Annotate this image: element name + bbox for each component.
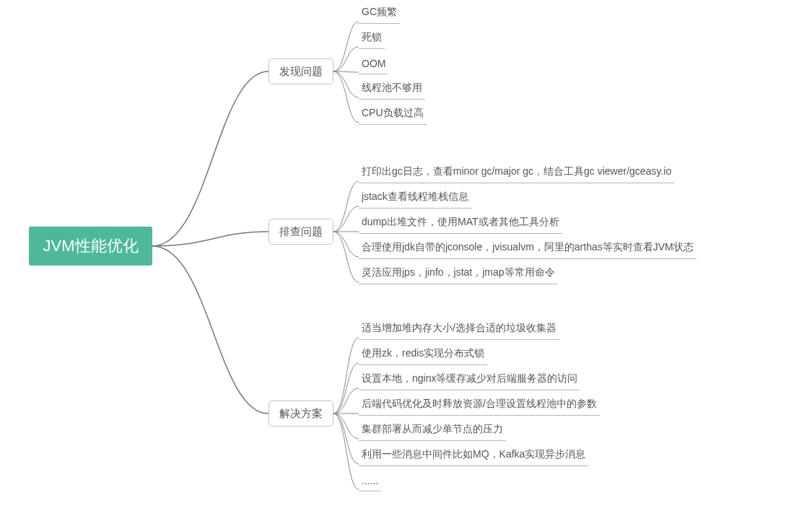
- leaf-node[interactable]: dump出堆文件，使用MAT或者其他工具分析: [359, 216, 562, 234]
- branch-node-discover[interactable]: 发现问题: [269, 58, 333, 84]
- leaf-node[interactable]: 设置本地，nginx等缓存减少对后端服务器的访问: [359, 372, 580, 390]
- branch-label: 排查问题: [279, 225, 323, 239]
- root-node[interactable]: JVM性能优化: [29, 227, 152, 266]
- leaf-text: jstack查看线程堆栈信息: [362, 191, 468, 203]
- leaf-text: 打印出gc日志，查看minor gc/major gc，结合工具gc viewe…: [362, 165, 671, 178]
- leaf-node[interactable]: 灵活应用jps，jinfo，jstat，jmap等常用命令: [359, 266, 558, 284]
- leaf-node[interactable]: GC频繁: [359, 6, 400, 24]
- leaf-node[interactable]: OOM: [359, 56, 388, 74]
- leaf-node[interactable]: 打印出gc日志，查看minor gc/major gc，结合工具gc viewe…: [359, 165, 674, 183]
- leaf-node[interactable]: 适当增加堆内存大小/选择合适的垃圾收集器: [359, 322, 559, 340]
- leaf-text: 适当增加堆内存大小/选择合适的垃圾收集器: [362, 322, 556, 335]
- branch-label: 解决方案: [279, 407, 323, 421]
- leaf-node[interactable]: 线程池不够用: [359, 82, 425, 100]
- leaf-text: 灵活应用jps，jinfo，jstat，jmap等常用命令: [362, 266, 555, 279]
- leaf-text: 合理使用jdk自带的jconsole，jvisualvm，阿里的arthas等实…: [362, 241, 694, 254]
- leaf-text: dump出堆文件，使用MAT或者其他工具分析: [362, 216, 559, 229]
- leaf-text: 线程池不够用: [362, 82, 422, 95]
- leaf-text: GC频繁: [362, 6, 397, 19]
- leaf-node[interactable]: 使用zk，redis实现分布式锁: [359, 347, 487, 365]
- leaf-text: 设置本地，nginx等缓存减少对后端服务器的访问: [362, 372, 577, 385]
- leaf-node[interactable]: 合理使用jdk自带的jconsole，jvisualvm，阿里的arthas等实…: [359, 241, 697, 259]
- leaf-text: 集群部署从而减少单节点的压力: [362, 423, 503, 436]
- leaf-node[interactable]: 集群部署从而减少单节点的压力: [359, 423, 506, 441]
- root-label: JVM性能优化: [43, 235, 139, 257]
- branch-label: 发现问题: [279, 65, 323, 79]
- leaf-node[interactable]: jstack查看线程堆栈信息: [359, 191, 471, 209]
- leaf-text: 死锁: [362, 31, 382, 44]
- branch-node-investigate[interactable]: 排查问题: [269, 219, 333, 245]
- leaf-node[interactable]: 利用一些消息中间件比如MQ，Kafka实现异步消息: [359, 448, 588, 466]
- leaf-node[interactable]: 后端代码优化及时释放资源/合理设置线程池中的参数: [359, 398, 600, 416]
- leaf-node[interactable]: 死锁: [359, 31, 385, 49]
- leaf-text: 利用一些消息中间件比如MQ，Kafka实现异步消息: [362, 448, 585, 461]
- branch-node-solve[interactable]: 解决方案: [269, 400, 333, 426]
- leaf-text: OOM: [362, 58, 385, 69]
- mindmap-canvas: JVM性能优化 发现问题 GC频繁 死锁 OOM 线程池不够用 CPU负载过高 …: [0, 0, 812, 521]
- leaf-text: 后端代码优化及时释放资源/合理设置线程池中的参数: [362, 398, 597, 411]
- leaf-text: CPU负载过高: [362, 107, 424, 120]
- leaf-text: ......: [362, 475, 378, 486]
- leaf-node[interactable]: CPU负载过高: [359, 107, 427, 125]
- leaf-node[interactable]: ......: [359, 473, 381, 491]
- leaf-text: 使用zk，redis实现分布式锁: [362, 347, 484, 360]
